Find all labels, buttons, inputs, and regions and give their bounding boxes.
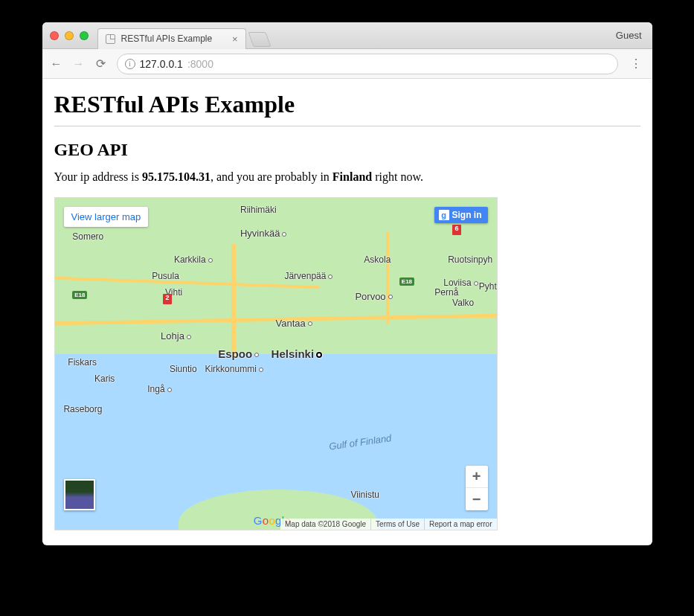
zoom-out-button[interactable]: − <box>466 488 488 510</box>
city-label: Karis <box>94 373 115 384</box>
new-tab-button[interactable] <box>248 32 271 47</box>
city-label: Raseborg <box>63 404 102 414</box>
water-label: Gulf of Finland <box>328 432 392 452</box>
city-label-helsinki: Helsinki <box>272 347 323 360</box>
city-label: Valko <box>452 298 474 308</box>
ip-end-text: right now. <box>372 170 423 183</box>
window-controls <box>50 31 89 40</box>
road-shield: 2 <box>163 294 172 304</box>
ip-address-value: 95.175.104.31 <box>142 170 211 183</box>
city-label: Somero <box>72 231 103 242</box>
city-label: Espoo <box>218 347 259 360</box>
city-label: Ingå <box>147 384 171 394</box>
report-error-link[interactable]: Report a map error <box>424 519 496 530</box>
reload-button[interactable]: ⟳ <box>94 57 108 71</box>
city-label: Hyvinkää <box>240 228 286 239</box>
city-label: Järvenpää <box>284 271 332 281</box>
browser-menu-button[interactable]: ⋮ <box>627 57 645 71</box>
page-title: RESTful APIs Example <box>54 91 640 118</box>
attribution-data: Map data ©2018 Google <box>280 519 370 530</box>
city-label: Porvoo <box>355 291 392 302</box>
city-label: Loviisa <box>443 277 478 288</box>
country-value: Finland <box>332 170 372 183</box>
city-label: Pusula <box>152 271 179 281</box>
city-label: Pernå <box>434 287 458 298</box>
forward-button: → <box>72 57 86 71</box>
section-title: GEO API <box>54 140 640 160</box>
page-icon <box>106 34 115 44</box>
maximize-window-icon[interactable] <box>80 31 89 40</box>
road-shield: E18 <box>72 291 87 299</box>
browser-tab[interactable]: RESTful APIs Example × <box>97 28 246 49</box>
city-label: Viinistu <box>350 490 379 500</box>
view-larger-map-button[interactable]: View larger map <box>64 207 149 227</box>
city-label: Ruotsinpyh <box>448 254 492 265</box>
profile-label[interactable]: Guest <box>616 30 642 41</box>
map-embed[interactable]: Riihimäki Somero Hyvinkää Karkkila Askol… <box>54 197 498 530</box>
map-signin-button[interactable]: g Sign in <box>434 207 488 223</box>
signin-label: Sign in <box>452 210 482 220</box>
map-attribution: Map data ©2018 Google Terms of Use Repor… <box>280 519 497 530</box>
site-info-icon[interactable]: i <box>125 59 135 69</box>
map-road <box>386 231 389 324</box>
ip-intro-text: Your ip address is <box>54 170 142 183</box>
city-label: Vantaa <box>276 318 312 329</box>
minimize-window-icon[interactable] <box>65 31 74 40</box>
geo-sentence: Your ip address is 95.175.104.31, and yo… <box>54 170 640 184</box>
titlebar: RESTful APIs Example × Guest <box>42 22 652 49</box>
terms-link[interactable]: Terms of Use <box>370 519 424 530</box>
close-window-icon[interactable] <box>50 31 59 40</box>
divider <box>54 126 640 126</box>
google-g-icon: g <box>439 210 449 220</box>
zoom-control: + − <box>466 466 488 510</box>
city-label: Askola <box>364 254 391 265</box>
tab-title: RESTful APIs Example <box>121 33 213 44</box>
road-shield: 6 <box>452 225 461 235</box>
address-host: 127.0.0.1 <box>140 58 183 70</box>
back-button[interactable]: ← <box>50 57 63 71</box>
toolbar: ← → ⟳ i 127.0.0.1:8000 ⋮ <box>42 49 652 79</box>
close-tab-icon[interactable]: × <box>232 33 238 45</box>
page-content: RESTful APIs Example GEO API Your ip add… <box>42 79 652 545</box>
city-label: Riihimäki <box>240 205 277 215</box>
city-label: Siuntio <box>170 364 197 374</box>
map-road <box>231 244 236 357</box>
zoom-in-button[interactable]: + <box>466 466 488 488</box>
city-label: Lohja <box>161 330 191 341</box>
city-label: Kirkkonummi <box>205 364 263 374</box>
satellite-toggle[interactable] <box>64 479 95 510</box>
address-bar[interactable]: i 127.0.0.1:8000 <box>117 54 618 74</box>
city-label: Fiskars <box>68 357 97 368</box>
address-port: :8000 <box>187 58 213 70</box>
browser-window: RESTful APIs Example × Guest ← → ⟳ i 127… <box>42 22 652 545</box>
city-label: Pyhtä <box>479 281 498 292</box>
ip-mid-text: , and you are probably in <box>211 170 332 183</box>
road-shield: E18 <box>399 277 414 286</box>
city-label: Karkkila <box>174 254 213 265</box>
